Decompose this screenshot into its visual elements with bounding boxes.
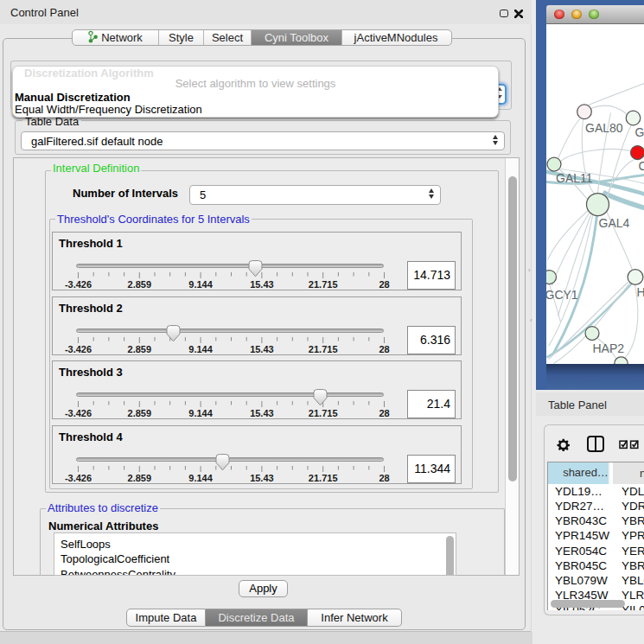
svg-text:GAL4: GAL4	[598, 216, 629, 230]
svg-text:GAL11: GAL11	[556, 170, 593, 184]
svg-text:GAL80: GAL80	[585, 121, 623, 135]
svg-text:HAP2: HAP2	[592, 341, 624, 355]
svg-text:HIS4: HIS4	[636, 285, 644, 299]
svg-text:GAL3: GAL3	[634, 124, 644, 138]
svg-text:GCY1: GCY1	[546, 288, 578, 302]
svg-text:C: C	[638, 159, 644, 173]
